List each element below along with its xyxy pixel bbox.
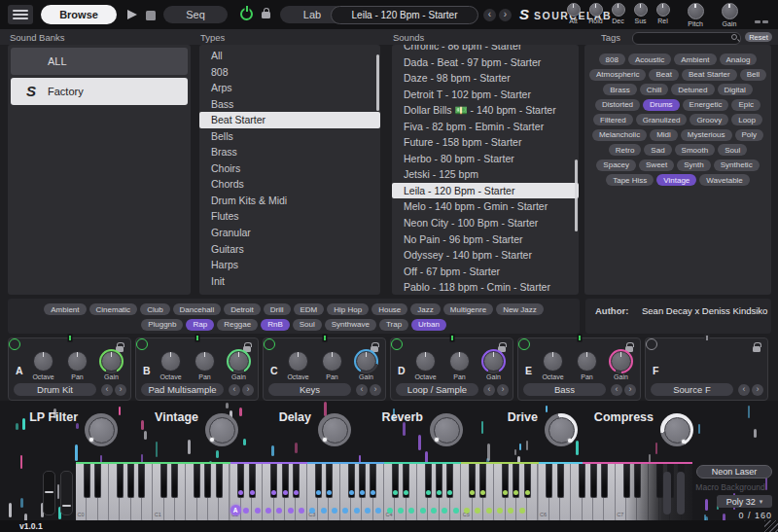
type-item[interactable]: Choirs bbox=[199, 160, 380, 177]
tag-chip-beat[interactable]: Beat bbox=[649, 69, 678, 81]
sounds-scrollbar[interactable] bbox=[575, 160, 578, 231]
tag-chip-drums[interactable]: Drums bbox=[643, 99, 680, 111]
tag-chip-wavetable[interactable]: Wavetable bbox=[699, 174, 750, 186]
power-icon[interactable] bbox=[240, 8, 253, 20]
knob-dial[interactable] bbox=[483, 351, 504, 372]
source-prev-button[interactable]: ‹ bbox=[483, 384, 495, 396]
source-power-icon[interactable] bbox=[646, 338, 657, 350]
type-item[interactable]: All bbox=[199, 48, 380, 64]
source-name-display[interactable]: Source F bbox=[651, 383, 733, 396]
knob-dial[interactable] bbox=[543, 351, 563, 372]
pitch-wheel[interactable] bbox=[43, 471, 55, 515]
source-knob-octave[interactable]: Octave bbox=[410, 349, 442, 382]
preset-display[interactable]: Leila - 120 Bpm - Starter bbox=[331, 6, 478, 24]
genre-chip-ambient[interactable]: Ambient bbox=[44, 303, 86, 315]
source-next-button[interactable]: › bbox=[497, 384, 509, 396]
source-prev-button[interactable]: ‹ bbox=[101, 384, 113, 396]
poly-dropdown[interactable]: Poly 32 ▾ bbox=[717, 495, 772, 508]
type-item[interactable]: Init bbox=[199, 273, 380, 290]
seq-button[interactable]: Seq bbox=[163, 6, 228, 23]
effect-knob-reverb[interactable] bbox=[430, 413, 463, 446]
sound-item[interactable]: Detroit T - 102 bpm - Starter bbox=[392, 87, 579, 103]
bank-item-all[interactable]: ALL bbox=[11, 48, 188, 75]
genre-chip-cinematic[interactable]: Cinematic bbox=[89, 303, 138, 315]
bank-item-factory[interactable]: SFactory bbox=[11, 78, 188, 105]
sound-item[interactable]: Chronic - 86 bpm - Starter bbox=[392, 45, 579, 54]
tag-search-input[interactable] bbox=[637, 33, 728, 44]
sound-item[interactable]: Fiva - 82 bpm - Ebmin - Starter bbox=[392, 119, 579, 135]
sound-item[interactable]: Leila - 120 Bpm - Starter bbox=[392, 183, 579, 199]
knob-dial[interactable] bbox=[356, 351, 376, 372]
knob-dial[interactable] bbox=[229, 351, 249, 372]
source-next-button[interactable]: › bbox=[115, 384, 126, 396]
tag-chip-loop[interactable]: Loop bbox=[731, 114, 762, 125]
genre-chip-pluggnb[interactable]: Pluggnb bbox=[141, 319, 183, 331]
menu-icon[interactable] bbox=[8, 5, 33, 24]
tag-chip-sweet[interactable]: Sweet bbox=[639, 160, 674, 171]
skin-selector-button[interactable]: Neon Laser bbox=[696, 465, 772, 479]
effect-knob-body[interactable] bbox=[664, 417, 690, 443]
piano-key-black[interactable] bbox=[194, 464, 200, 498]
tag-chip-filtered[interactable]: Filtered bbox=[593, 114, 633, 125]
genre-chip-jazz[interactable]: Jazz bbox=[410, 303, 440, 315]
source-knob-gain[interactable]: Gain bbox=[224, 349, 255, 382]
sound-item[interactable]: No Pain - 96 bpm - Starter bbox=[392, 231, 579, 248]
env-knob-rel[interactable]: Rel bbox=[652, 2, 674, 29]
type-item[interactable]: Beat Starter bbox=[199, 112, 380, 128]
tag-chip-granulized[interactable]: Granulized bbox=[636, 114, 688, 125]
source-knob-gain[interactable]: Gain bbox=[606, 349, 637, 382]
sound-item[interactable]: Melo - 140 bpm - Gmin - Starter bbox=[392, 198, 579, 215]
genre-chip-multigenre[interactable]: Multigenre bbox=[443, 303, 493, 315]
piano-key-black[interactable] bbox=[601, 464, 608, 498]
source-power-icon[interactable] bbox=[391, 338, 403, 350]
sound-item[interactable]: Dada - Beat - 97 bpm - Starter bbox=[392, 54, 579, 71]
tag-chip-chill[interactable]: Chill bbox=[640, 84, 669, 95]
genre-chip-urban[interactable]: Urban bbox=[411, 319, 446, 331]
effect-knob-drive[interactable] bbox=[545, 413, 578, 446]
tag-chip-acoustic[interactable]: Acoustic bbox=[628, 53, 671, 65]
tag-chip-midi[interactable]: Midi bbox=[650, 129, 678, 141]
preset-next-button[interactable]: › bbox=[499, 9, 512, 21]
gain-knob-dial[interactable] bbox=[722, 3, 738, 19]
source-knob-octave[interactable]: Octave bbox=[538, 349, 569, 382]
source-knob-gain[interactable]: Gain bbox=[351, 349, 382, 382]
genre-chip-dancehall[interactable]: Dancehall bbox=[173, 303, 222, 315]
type-item[interactable]: 808 bbox=[199, 64, 380, 81]
sound-item[interactable]: Future - 158 bpm - Starter bbox=[392, 134, 579, 151]
tag-chip-bell[interactable]: Bell bbox=[740, 69, 766, 81]
genre-chip-drill[interactable]: Drill bbox=[264, 303, 291, 315]
genre-chip-new-jazz[interactable]: New Jazz bbox=[496, 303, 544, 315]
play-icon[interactable] bbox=[127, 10, 137, 19]
genre-chip-edm[interactable]: EDM bbox=[294, 303, 325, 315]
resize-indicator-icon[interactable] bbox=[755, 20, 770, 23]
piano-key-black[interactable] bbox=[557, 464, 564, 498]
source-power-icon[interactable] bbox=[518, 338, 530, 350]
piano-key-black[interactable] bbox=[117, 464, 124, 498]
piano-key-black[interactable] bbox=[127, 464, 134, 498]
source-knob-gain[interactable]: Gain bbox=[96, 349, 127, 382]
tag-chip-atmospheric[interactable]: Atmospheric bbox=[589, 69, 646, 81]
type-item[interactable]: Arps bbox=[199, 80, 380, 96]
source-power-icon[interactable] bbox=[9, 338, 20, 350]
pitch-knob-dial[interactable] bbox=[688, 3, 704, 19]
piano-key-black[interactable] bbox=[216, 464, 223, 498]
source-name-display[interactable]: Loop / Sample bbox=[396, 383, 478, 396]
tag-chip-beat-starter[interactable]: Beat Starter bbox=[682, 69, 737, 81]
source-power-icon[interactable] bbox=[136, 338, 148, 350]
piano-key-black[interactable] bbox=[579, 464, 585, 498]
tag-chip-808[interactable]: 808 bbox=[599, 53, 625, 65]
piano-key-black[interactable] bbox=[546, 464, 552, 498]
tag-chip-synth[interactable]: Synth bbox=[677, 160, 710, 171]
env-knob-att[interactable]: Att bbox=[562, 2, 584, 29]
genre-chip-hip-hop[interactable]: Hip Hop bbox=[327, 303, 369, 315]
reset-button[interactable]: Reset bbox=[745, 32, 772, 42]
tag-chip-analog[interactable]: Analog bbox=[720, 53, 758, 65]
source-power-icon[interactable] bbox=[264, 338, 275, 350]
genre-chip-trap[interactable]: Trap bbox=[379, 319, 408, 331]
type-item[interactable]: Harps bbox=[199, 257, 380, 273]
piano-key-black[interactable] bbox=[84, 464, 90, 498]
type-item[interactable]: Granular bbox=[199, 225, 380, 241]
tag-chip-energetic[interactable]: Energetic bbox=[683, 99, 729, 111]
gain-knob[interactable]: Gain bbox=[715, 2, 744, 27]
tag-chip-tape-hiss[interactable]: Tape Hiss bbox=[606, 174, 654, 186]
